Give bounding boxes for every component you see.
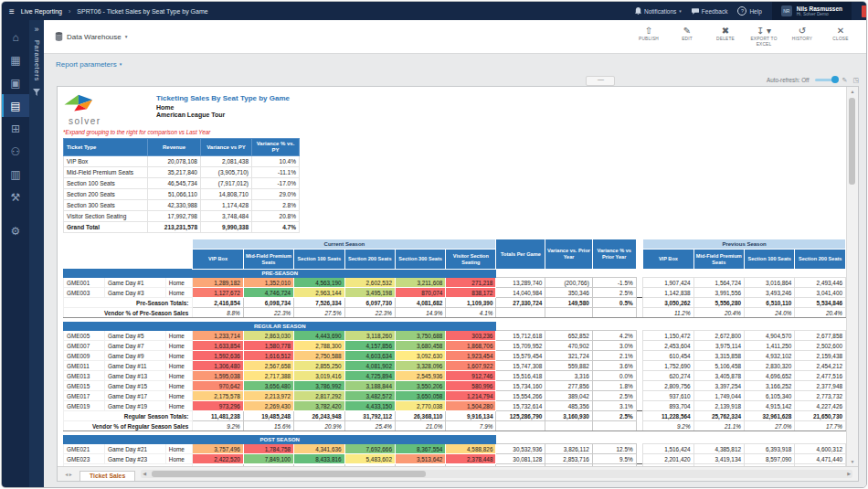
expand-parameters-icon[interactable]: » bbox=[34, 25, 38, 34]
user-menu[interactable]: NR Nils Rasmussen Hi, Solver Demo bbox=[772, 2, 852, 20]
cell bbox=[693, 436, 744, 444]
tools-icon[interactable]: ⚒ bbox=[2, 186, 29, 208]
edit-button[interactable]: ✎EDIT bbox=[669, 24, 705, 49]
prev-value-cell: 6,393,918 bbox=[745, 444, 795, 454]
data-warehouse-selector[interactable]: Data Warehouse ▾ bbox=[55, 32, 128, 41]
totals-per-game-cell: 14,040,984 bbox=[496, 288, 545, 298]
total-column-header: Variance vs. Prior Year bbox=[545, 239, 592, 270]
prev-total-cell: 3,050,262 bbox=[643, 298, 693, 308]
seat-value-cell: 1,233,714 bbox=[193, 331, 243, 341]
cell bbox=[643, 270, 693, 278]
current-season-band: Current Season bbox=[193, 239, 496, 250]
cell bbox=[592, 308, 636, 318]
action-label: PUBLISH bbox=[639, 37, 659, 42]
summary-row: Grand Total213,231,5789,990,3384.7% bbox=[64, 222, 300, 233]
game-day-cell: Game Day #11 bbox=[105, 361, 166, 371]
cell bbox=[643, 323, 693, 331]
variance-cell: 321,724 bbox=[545, 351, 592, 361]
fullscreen-icon[interactable]: ◳ bbox=[852, 77, 859, 84]
action-label: HISTORY bbox=[792, 37, 813, 42]
users-icon[interactable]: ⚇ bbox=[2, 140, 29, 163]
seat-value-cell: 2,788,300 bbox=[294, 341, 344, 351]
publish-button[interactable]: ⇧PUBLISH bbox=[630, 24, 667, 49]
edit-layout-icon[interactable]: ✎ bbox=[842, 77, 848, 84]
seat-value-cell: 2,175,578 bbox=[193, 391, 243, 401]
prev-value-cell: 2,773,732 bbox=[795, 391, 846, 401]
header-spacer bbox=[64, 250, 193, 270]
help-button[interactable]: ? Help bbox=[737, 6, 761, 16]
collapse-handle[interactable]: — bbox=[586, 76, 615, 86]
sheet-tab-ticket-sales[interactable]: Ticket Sales bbox=[79, 471, 135, 481]
reports-icon[interactable]: ▤ bbox=[2, 94, 29, 117]
toggle-knob[interactable] bbox=[831, 76, 839, 83]
variance-cell: 3,316 bbox=[545, 371, 592, 381]
column-gap bbox=[636, 421, 643, 431]
totals-per-game-cell: 30,532,936 bbox=[496, 444, 545, 454]
seat-value-cell: 4,443,690 bbox=[294, 331, 344, 341]
variance-pct-cell: 3.6% bbox=[592, 361, 636, 371]
prev-total-cell: 5,556,280 bbox=[693, 298, 744, 308]
data-icon[interactable]: ▥ bbox=[2, 163, 29, 186]
prev-column-header: VIP Box bbox=[643, 250, 693, 270]
notifications-button[interactable]: Notifications ▾ bbox=[635, 7, 682, 15]
game-id-cell: GME019 bbox=[64, 401, 105, 411]
prev-value-cell: 4,904,570 bbox=[745, 331, 795, 341]
feedback-button[interactable]: Feedback bbox=[692, 8, 728, 15]
vertical-scrollbar-thumb[interactable] bbox=[849, 98, 855, 185]
organizations-icon[interactable]: ▦ bbox=[2, 48, 29, 71]
close-button[interactable]: ✕CLOSE bbox=[822, 24, 859, 49]
history-button[interactable]: ↺HISTORY bbox=[784, 24, 820, 49]
delete-button[interactable]: ✖DELETE bbox=[707, 24, 744, 49]
scroll-right-arrow[interactable]: ▶ bbox=[847, 470, 851, 478]
scroll-left-arrow[interactable]: ◀ bbox=[143, 470, 146, 478]
vendor-pct-cell: 21.0% bbox=[395, 421, 445, 431]
summary-value-cell: 42,330,988 bbox=[148, 200, 201, 211]
seat-value-cell: 2,213,972 bbox=[243, 391, 293, 401]
ticket-type-cell: Section 200 Seats bbox=[64, 189, 148, 200]
game-row: GME001Game Day #1Home1,289,1821,352,0104… bbox=[64, 278, 846, 288]
breadcrumb-section[interactable]: Live Reporting bbox=[21, 8, 62, 15]
vendor-label-cell: Vendor % of Pre-Season Sales bbox=[64, 308, 193, 318]
cell bbox=[592, 270, 636, 278]
export-to-excel-button[interactable]: ↧ ▾EXPORT TO EXCEL bbox=[746, 24, 782, 49]
budgeting-icon[interactable]: ⊞ bbox=[2, 117, 29, 140]
auto-refresh-toggle[interactable] bbox=[815, 79, 837, 81]
game-id-cell: GME015 bbox=[64, 381, 105, 391]
totals-per-game-cell: 27,330,724 bbox=[496, 298, 545, 308]
prev-value-cell: 3,975,114 bbox=[693, 341, 744, 351]
game-location-cell: Home bbox=[165, 288, 193, 298]
prev-vendor-pct-cell: 20.4% bbox=[693, 308, 744, 318]
game-location-cell: Home bbox=[165, 381, 193, 391]
scroll-down-arrow[interactable]: ▼ bbox=[847, 457, 858, 466]
cell bbox=[693, 323, 744, 331]
ticket-type-cell: Section 100 Seats bbox=[64, 178, 148, 189]
settings-icon[interactable]: ⚙ bbox=[2, 219, 29, 242]
chevron-down-icon: ▾ bbox=[120, 61, 122, 67]
prev-value-cell: 4,696,652 bbox=[745, 371, 795, 381]
scroll-up-arrow[interactable]: ▲ bbox=[847, 87, 858, 96]
game-row: GME007Game Day #7Home1,633,8541,580,7782… bbox=[64, 341, 846, 351]
summary-row: Section 100 Seats46,545,734(7,917,012)-1… bbox=[64, 178, 300, 189]
vertical-scrollbar[interactable]: ▲ ▼ bbox=[846, 87, 858, 466]
tasks-icon[interactable]: ▣ bbox=[2, 71, 29, 94]
column-gap bbox=[636, 331, 643, 341]
parameters-panel-collapsed[interactable]: » Parameters bbox=[29, 20, 44, 487]
speech-bubble-icon bbox=[692, 8, 699, 15]
home-icon[interactable]: ⌂ bbox=[2, 26, 29, 48]
report-subtitle-2: American League Tour bbox=[156, 112, 290, 118]
sheet-tab-nav[interactable]: ◂ ▸ bbox=[58, 471, 79, 477]
summary-row: Visitor Section Seating17,992,7983,748,4… bbox=[64, 211, 300, 222]
prev-value-cell: 5,106,458 bbox=[693, 361, 744, 371]
cell bbox=[592, 323, 636, 331]
seat-value-cell: 3,656,480 bbox=[243, 381, 293, 391]
menu-icon[interactable]: ≡ bbox=[9, 6, 15, 16]
topbar: ≡ Live Reporting › SPRT06 - Ticket Sales… bbox=[2, 2, 866, 20]
horizontal-scrollbar-thumb[interactable] bbox=[152, 471, 426, 477]
summary-value-cell: 3,748,484 bbox=[201, 211, 252, 222]
seat-value-cell: 1,633,854 bbox=[193, 341, 243, 351]
seat-value-cell: 1,592,636 bbox=[193, 351, 243, 361]
report-parameters-toggle[interactable]: Report parameters ▾ bbox=[44, 54, 866, 74]
summary-value-cell: 2.8% bbox=[252, 200, 300, 211]
horizontal-scrollbar[interactable]: ◀ ▶ bbox=[141, 470, 852, 478]
prev-value-cell: 6,105,340 bbox=[745, 391, 795, 401]
